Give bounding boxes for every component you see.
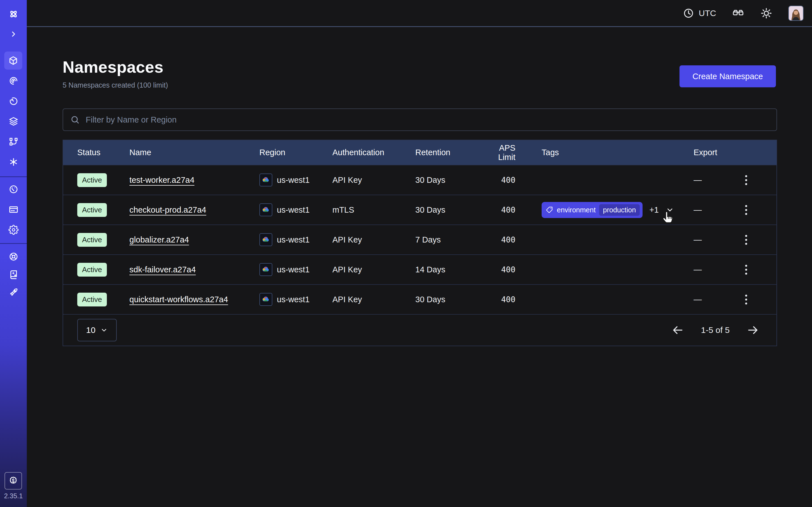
region-label: us-west1 <box>277 265 310 274</box>
retention-value: 30 Days <box>415 205 479 215</box>
timezone-label: UTC <box>699 8 716 18</box>
row-menu-kebab-icon[interactable] <box>741 263 751 276</box>
status-badge: Active <box>77 233 107 247</box>
gcp-cloud-icon <box>259 233 272 246</box>
table-row: Active globalizer.a27a4 us-west1 API Key… <box>63 224 776 255</box>
col-retention: Retention <box>415 148 479 157</box>
topbar: UTC <box>27 0 812 27</box>
tags-expand-chevron-icon[interactable] <box>665 205 674 214</box>
retention-value: 30 Days <box>415 295 479 304</box>
region-label: us-west1 <box>277 235 310 244</box>
retention-value: 7 Days <box>415 235 479 244</box>
pagination-range-label: 1-5 of 5 <box>701 325 730 335</box>
col-export: Export <box>679 148 730 157</box>
aps-value: 400 <box>479 205 515 215</box>
filter-input[interactable] <box>85 115 770 125</box>
auth-value: API Key <box>333 295 415 304</box>
sidebar-item-spiral-icon[interactable] <box>0 72 27 90</box>
retention-value: 14 Days <box>415 265 479 274</box>
status-badge: Active <box>77 293 107 306</box>
pagination: 1-5 of 5 <box>672 324 762 336</box>
gcp-cloud-icon <box>259 173 272 186</box>
tag-pill[interactable]: environment production <box>542 202 643 218</box>
gcp-cloud-icon <box>259 203 272 216</box>
sidebar-item-gauge-icon[interactable] <box>0 180 27 198</box>
sidebar-divider <box>0 176 27 177</box>
namespaces-table: Status Name Region Authentication Retent… <box>63 140 777 346</box>
table-footer: 10 1-5 of 5 <box>63 314 776 346</box>
namespace-link[interactable]: globalizer.a27a4 <box>130 235 189 244</box>
row-menu-kebab-icon[interactable] <box>741 293 751 306</box>
filter-bar <box>63 108 777 131</box>
create-namespace-button[interactable]: Create Namespace <box>679 65 776 87</box>
col-authentication: Authentication <box>333 148 415 157</box>
col-aps-limit: APS Limit <box>479 144 515 162</box>
sidebar: 2.35.1 <box>0 0 27 507</box>
chevron-down-icon <box>100 326 108 334</box>
clock-icon <box>683 8 694 19</box>
sidebar-item-layers-icon[interactable] <box>0 112 27 130</box>
tags-cell: environment production +1 <box>542 202 679 218</box>
table-row: Active test-worker.a27a4 us-west1 API Ke… <box>63 165 776 194</box>
auth-value: API Key <box>333 235 415 244</box>
sidebar-item-namespaces-cube-icon[interactable] <box>4 52 22 69</box>
row-menu-kebab-icon[interactable] <box>741 233 751 246</box>
namespace-link[interactable]: quickstart-workflows.a27a4 <box>130 295 228 304</box>
status-badge: Active <box>77 173 107 187</box>
sidebar-item-rocket-icon[interactable] <box>0 284 27 302</box>
auth-value: mTLS <box>333 205 415 215</box>
auth-value: API Key <box>333 175 415 185</box>
page-size-select[interactable]: 10 <box>77 319 117 341</box>
retention-value: 30 Days <box>415 175 479 185</box>
timezone-selector[interactable]: UTC <box>683 8 716 19</box>
sidebar-item-settings-gear-icon[interactable] <box>0 221 27 239</box>
region-label: us-west1 <box>277 295 310 304</box>
region-label: us-west1 <box>277 175 310 185</box>
page-title: Namespaces <box>63 57 163 76</box>
sidebar-item-docs-book-icon[interactable] <box>0 266 27 284</box>
tag-key: environment <box>557 206 596 214</box>
aps-value: 400 <box>479 295 515 304</box>
table-row: Active checkout-prod.a27a4 us-west1 mTLS… <box>63 194 776 224</box>
next-page-arrow-icon[interactable] <box>747 324 759 336</box>
dollar-badge-icon <box>8 476 18 486</box>
col-name: Name <box>130 148 259 157</box>
sidebar-item-lifebuoy-icon[interactable] <box>0 247 27 266</box>
col-status: Status <box>77 148 130 157</box>
user-avatar[interactable] <box>788 6 804 21</box>
namespace-link[interactable]: test-worker.a27a4 <box>130 175 195 184</box>
export-value: — <box>679 265 730 274</box>
tag-icon <box>546 206 553 214</box>
sidebar-item-asterisk-icon[interactable] <box>0 153 27 171</box>
region-label: us-west1 <box>277 205 310 215</box>
theme-sun-icon[interactable] <box>760 7 772 19</box>
prev-page-arrow-icon[interactable] <box>672 324 684 336</box>
table-row: Active sdk-failover.a27a4 us-west1 API K… <box>63 255 776 284</box>
sidebar-item-timer-icon[interactable] <box>0 92 27 110</box>
row-menu-kebab-icon[interactable] <box>741 173 751 187</box>
sidebar-item-billing-card-icon[interactable] <box>0 201 27 219</box>
page-size-value: 10 <box>86 325 95 335</box>
export-value: — <box>679 205 730 215</box>
tag-value: production <box>599 204 640 216</box>
aps-value: 400 <box>479 175 515 185</box>
sidebar-item-workflow-graph-icon[interactable] <box>0 133 27 151</box>
version-label: 2.35.1 <box>0 492 27 500</box>
table-header: Status Name Region Authentication Retent… <box>63 140 776 165</box>
expand-sidebar-chevron-icon[interactable] <box>0 25 27 43</box>
namespace-link[interactable]: sdk-failover.a27a4 <box>130 265 196 274</box>
export-value: — <box>679 295 730 304</box>
row-menu-kebab-icon[interactable] <box>741 203 751 217</box>
status-badge: Active <box>77 203 107 217</box>
reader-glasses-icon[interactable] <box>732 7 744 19</box>
temporal-logo-icon <box>0 5 27 23</box>
credits-button[interactable] <box>4 472 22 490</box>
table-row: Active quickstart-workflows.a27a4 us-wes… <box>63 284 776 314</box>
col-region: Region <box>259 148 333 157</box>
page-subtitle: 5 Namespaces created (100 limit) <box>63 81 168 89</box>
namespace-link[interactable]: checkout-prod.a27a4 <box>130 205 206 214</box>
sidebar-divider <box>0 243 27 244</box>
status-badge: Active <box>77 263 107 277</box>
export-value: — <box>679 235 730 244</box>
col-tags: Tags <box>542 148 679 157</box>
